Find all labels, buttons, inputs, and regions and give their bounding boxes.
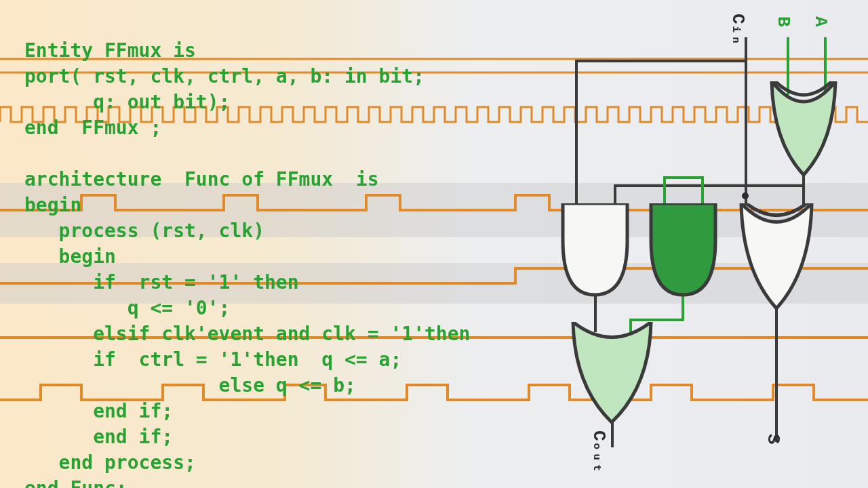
- wire-cin-branch: [575, 60, 747, 62]
- wire-ab-branch: [663, 176, 704, 179]
- wire-cin-left-down: [575, 60, 578, 205]
- code-line: q <= '0';: [24, 297, 230, 319]
- code-line: end if;: [24, 400, 173, 422]
- wire-top-horz-drop3: [802, 184, 805, 205]
- wire-ab-drop: [663, 176, 666, 205]
- code-line: if rst = '1' then: [24, 271, 299, 293]
- wire-and-mid-horz: [629, 319, 684, 321]
- code-line: end if;: [24, 426, 173, 448]
- code-line: elsif clk'event and clk = '1'then: [24, 323, 470, 345]
- wire-top-horz-drop1: [614, 184, 616, 205]
- code-line: architecture Func of FFmux is: [24, 168, 379, 190]
- code-line: begin: [24, 245, 116, 268]
- input-label-a: A: [810, 16, 831, 27]
- code-line: end process;: [24, 451, 196, 474]
- wire-s-out: [775, 306, 778, 442]
- input-label-cin: Cᵢₙ: [728, 14, 749, 45]
- xor-gate-mid: [736, 203, 817, 315]
- wire-top-horz: [614, 184, 805, 187]
- code-line: port( rst, clk, ctrl, a, b: in bit;: [24, 65, 425, 87]
- wire-ab-drop2: [701, 176, 704, 205]
- code-line: end FFmux ;: [24, 117, 161, 139]
- code-line: begin: [24, 194, 81, 216]
- code-line: q: out bit);: [24, 91, 230, 113]
- code-line: Entity FFmux is: [24, 39, 196, 62]
- junction-1: [742, 192, 749, 199]
- vhdl-code: Entity FFmux is port( rst, clk, ctrl, a,…: [24, 38, 470, 488]
- wire-cin-down: [745, 37, 747, 205]
- code-line: end Func;: [24, 477, 127, 488]
- code-line: else q <= b;: [24, 374, 356, 396]
- or-gate-bottom: [570, 322, 654, 427]
- code-line: if ctrl = '1'then q <= a;: [24, 348, 401, 371]
- output-label-cout: Cₒᵤₜ: [589, 430, 610, 473]
- xor-gate-top: [766, 81, 841, 180]
- code-line: process (rst, clk): [24, 220, 264, 242]
- and-gate-left: [559, 203, 631, 302]
- input-label-b: B: [773, 16, 793, 27]
- output-label-s: S: [763, 434, 783, 445]
- and-gate-mid: [648, 203, 719, 302]
